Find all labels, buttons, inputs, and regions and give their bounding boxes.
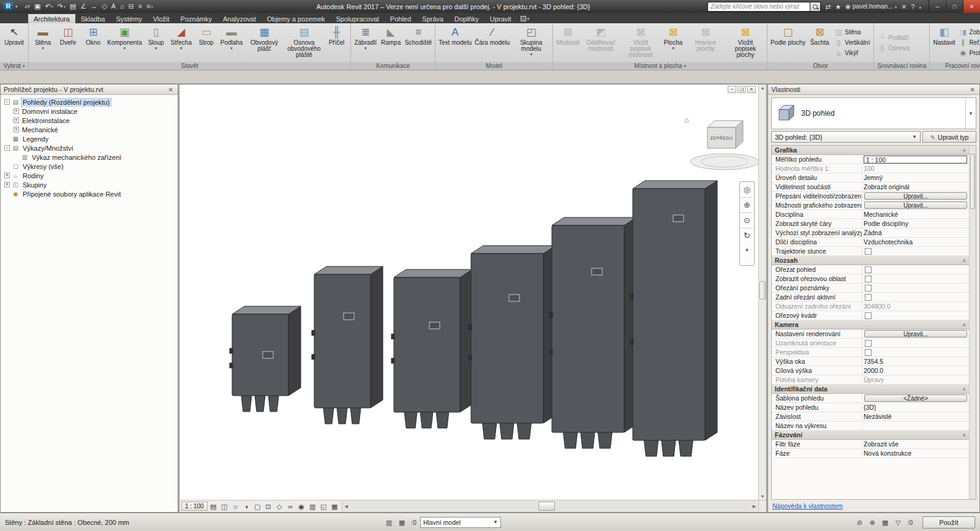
tab-skladba[interactable]: Skladba bbox=[75, 14, 111, 23]
stena-button[interactable]: ▬Stěna▾ bbox=[31, 24, 55, 61]
close-icon[interactable]: ✕ bbox=[969, 86, 976, 93]
property-group-identifikacni-data[interactable]: Identifikační data∧ bbox=[772, 385, 969, 394]
pricel-button[interactable]: ╫Příčel bbox=[324, 24, 349, 61]
tree-item-mechanicke[interactable]: +Mechanické bbox=[1, 125, 178, 134]
ribbon-panel-label-pracovni-rovina[interactable]: Pracovní rovina bbox=[930, 62, 980, 70]
expand-icon[interactable]: + bbox=[13, 108, 19, 114]
ribbon-panel-label-komunikace[interactable]: Komunikace bbox=[351, 62, 435, 70]
pan-icon[interactable]: ⊕ bbox=[741, 198, 753, 212]
tab-vlozit[interactable]: Vložit bbox=[148, 14, 175, 23]
aligned-dimension-button[interactable]: ↔ bbox=[89, 2, 99, 11]
steering-wheel-icon[interactable]: ◎ bbox=[741, 183, 753, 197]
mechanical-unit-4[interactable] bbox=[469, 246, 556, 439]
podle-plochy-button[interactable]: ▢Podle plochy bbox=[769, 24, 807, 61]
property-value[interactable]: Upravit... bbox=[862, 201, 969, 209]
oddelovac-mistnosti-button[interactable]: ◩Oddělovač místností bbox=[581, 24, 620, 61]
mistnost-button[interactable]: ⊠Místnost bbox=[555, 24, 581, 61]
tree-item-rodiny[interactable]: +⌂Rodiny bbox=[1, 171, 178, 180]
rampa-button[interactable]: ◣Rampa bbox=[379, 24, 403, 61]
tab-systemy[interactable]: Systémy bbox=[110, 14, 147, 23]
property-value[interactable] bbox=[862, 247, 969, 255]
property-value[interactable]: Upravit... bbox=[862, 192, 969, 200]
collapse-icon[interactable]: - bbox=[4, 145, 10, 151]
tab-architektura[interactable]: Architektura bbox=[28, 14, 75, 23]
help-icon[interactable] bbox=[911, 2, 914, 11]
default-3d-view-button[interactable]: ⌂ bbox=[118, 2, 126, 11]
minimize-button[interactable]: ─ bbox=[929, 0, 946, 13]
properties-header[interactable]: Vlastnosti ✕ bbox=[768, 85, 979, 95]
tree-item-pripojene-soubory-aplikace-revit[interactable]: ◉Připojené soubory aplikace Revit bbox=[1, 189, 178, 198]
open-file-button[interactable]: ▱ bbox=[23, 2, 32, 11]
property-value[interactable] bbox=[862, 284, 969, 292]
property-value[interactable] bbox=[862, 265, 969, 274]
prohlizec-button[interactable]: ◉Prohlížeč bbox=[959, 48, 980, 58]
design-options-combo[interactable]: Hlavní model ▼ bbox=[420, 517, 501, 528]
horizontal-scroll-thumb[interactable] bbox=[538, 502, 555, 511]
ribbon-panel-label-stavet[interactable]: Stavět bbox=[29, 62, 350, 70]
filter-icon[interactable]: ▽ bbox=[892, 518, 903, 527]
stena-button[interactable]: ◫Stěna bbox=[834, 28, 870, 37]
thin-lines-button[interactable]: ≡ bbox=[137, 2, 144, 11]
tab-objemy-a-pozemek[interactable]: Objemy a pozemek bbox=[262, 14, 331, 23]
search-icon[interactable] bbox=[810, 2, 821, 12]
vikyr-button[interactable]: ⌂Vikýř bbox=[834, 48, 870, 58]
podlazi-button[interactable]: ┴Podlaží bbox=[878, 33, 909, 42]
application-menu-button[interactable]: R ▾ bbox=[0, 0, 21, 13]
vertical-scrollbar[interactable]: ▲ ▼ bbox=[758, 85, 766, 500]
tree-item-elektroinstalace[interactable]: +Elektroinstalace bbox=[1, 116, 178, 125]
osnova-button[interactable]: ╬Osnova bbox=[878, 43, 909, 53]
exclude-options-icon[interactable]: ⊘ bbox=[854, 518, 865, 527]
mechanical-unit-1[interactable] bbox=[230, 306, 301, 412]
drawing-canvas[interactable]: ⌂ZEPŘEDU bbox=[179, 85, 760, 501]
close-icon[interactable]: ✕ bbox=[167, 86, 175, 93]
tree-item-legendy[interactable]: ▦Legendy bbox=[1, 134, 178, 143]
sachta-button[interactable]: ⊠Šachta bbox=[807, 24, 832, 61]
temporary-hide-isolate-icon[interactable]: ∞ bbox=[285, 502, 296, 511]
expand-icon[interactable]: + bbox=[13, 127, 19, 132]
checkbox[interactable] bbox=[865, 349, 872, 356]
zadne-button[interactable]: <Žádné> bbox=[864, 394, 967, 402]
type-preview[interactable]: 3D pohled ▼ bbox=[771, 97, 976, 129]
tag-by-category-button[interactable]: ◇ bbox=[100, 2, 108, 11]
view-scale-button[interactable]: 1 : 100 bbox=[181, 502, 208, 511]
crop-view-icon[interactable]: ▢ bbox=[252, 502, 263, 511]
section-button[interactable]: ⊟ bbox=[127, 2, 136, 11]
property-value[interactable] bbox=[862, 274, 969, 283]
mechanical-unit-3[interactable] bbox=[391, 269, 472, 428]
skupina-modelu-button[interactable]: ◰Skupina modelu▾ bbox=[511, 24, 551, 61]
mechanical-unit-6[interactable] bbox=[630, 181, 717, 456]
tab-upravit[interactable]: Upravit bbox=[484, 14, 517, 23]
tree-item-pohledy-rozdeleni-projektu[interactable]: -▤Pohledy (Rozdělení projektu) bbox=[1, 97, 178, 107]
ribbon-panel-label-srovnavaci-rovina[interactable]: Srovnávací rovina bbox=[874, 62, 929, 70]
tree-item-skupiny[interactable]: +◰Skupiny bbox=[1, 180, 178, 189]
property-value[interactable] bbox=[862, 293, 969, 301]
edit-type-button[interactable]: Upravit typ bbox=[922, 131, 976, 143]
property-value[interactable]: Podle disciplíny bbox=[862, 219, 969, 228]
text-modelu-button[interactable]: AText modelu bbox=[437, 24, 473, 61]
property-group-kamera[interactable]: Kamera∧ bbox=[772, 320, 969, 330]
mechanical-unit-2[interactable] bbox=[312, 266, 383, 424]
checkbox[interactable] bbox=[865, 248, 872, 255]
save-button[interactable]: ▣ bbox=[32, 2, 42, 11]
vlozit-popisek-mistnosti-button[interactable]: ⊠Vložit popisek místnosti bbox=[621, 24, 660, 61]
measure-button[interactable]: ∠ bbox=[78, 2, 88, 11]
obvodovy-plast-button[interactable]: ▦Obvodový plášť bbox=[244, 24, 284, 61]
print-button[interactable]: ▤ bbox=[68, 2, 78, 11]
ribbon-panel-label-otvor[interactable]: Otvor bbox=[767, 62, 873, 70]
property-value[interactable] bbox=[862, 339, 969, 347]
zobrazit-button[interactable]: ◨Zobrazit bbox=[959, 28, 980, 37]
property-value[interactable]: Jemný bbox=[862, 173, 969, 182]
property-value[interactable]: 1 : 100 bbox=[862, 155, 969, 164]
viewcube[interactable]: ⌂ZEPŘEDU bbox=[684, 115, 759, 170]
podlaha-button[interactable]: ▬Podlaha▾ bbox=[219, 24, 244, 61]
properties-scrollbar[interactable] bbox=[969, 146, 976, 499]
redo-button[interactable]: ↷▾ bbox=[56, 2, 67, 11]
property-value[interactable]: Vzduchotechnika bbox=[862, 238, 969, 246]
tab-sprava[interactable]: Správa bbox=[417, 14, 449, 23]
tab-spolupracovat[interactable]: Spolupracovat bbox=[331, 14, 385, 23]
modify-indicator[interactable]: ▾ bbox=[521, 16, 530, 23]
strecha-button[interactable]: ◢Střecha▾ bbox=[169, 24, 194, 61]
orbit-icon[interactable]: ↻ bbox=[741, 229, 753, 243]
expand-icon[interactable]: + bbox=[4, 173, 10, 178]
property-group-fazovani[interactable]: Fázování∧ bbox=[772, 431, 969, 440]
